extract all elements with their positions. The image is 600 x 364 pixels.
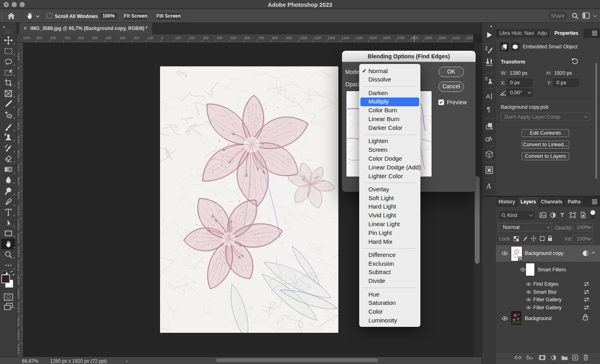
svg-text:A: A (486, 182, 491, 190)
svg-text:¶: ¶ (487, 106, 490, 113)
svg-text:A: A (486, 93, 490, 99)
